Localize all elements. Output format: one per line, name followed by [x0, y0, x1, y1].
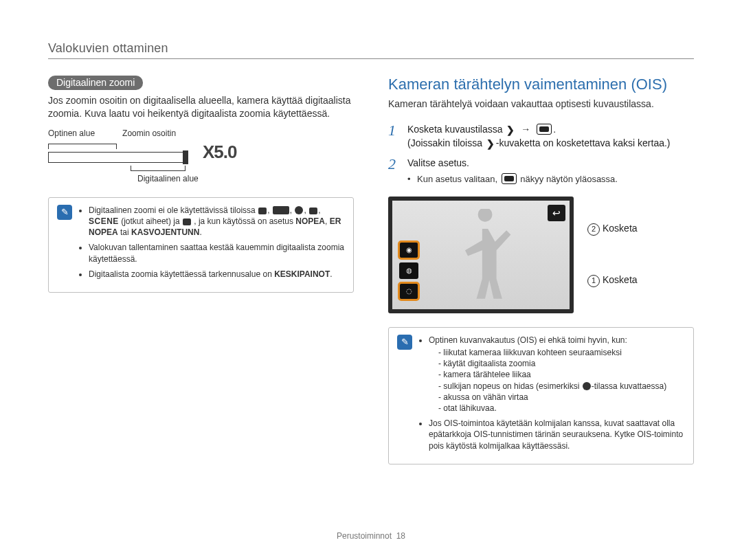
note1-or: tai	[120, 227, 131, 237]
chevron-icon: ❯	[506, 124, 515, 137]
note-r-tripod: Jos OIS-toimintoa käytetään kolmijalan k…	[429, 418, 685, 451]
note-body-right: Optinen kuvanvakautus (OIS) ei ehkä toim…	[419, 335, 685, 456]
note-icon: ✎	[397, 335, 412, 350]
left-column: Digitaalinen zoomi Jos zoomin osoitin on…	[48, 76, 354, 464]
step-1: 1 Kosketa kuvaustilassa ❯ → . (Joissakin…	[388, 123, 694, 151]
note-list-left: Digitaalinen zoomi ei ole käytettävissä …	[79, 205, 345, 284]
scene-label: SCENE	[89, 216, 119, 226]
step-1-body: Kosketa kuvaustilassa ❯ → . (Joissakin t…	[407, 123, 671, 151]
page-header: Valokuvien ottaminen	[48, 41, 694, 59]
note3-prefix: Digitaalista zoomia käytettäessä tarkenn…	[89, 269, 274, 279]
note-box-right: ✎ Optinen kuvanvakautus (OIS) ei ehkä to…	[388, 327, 694, 464]
right-column: Kameran tärähtelyn vaimentaminen (OIS) K…	[388, 76, 694, 464]
footer-page-number: 18	[396, 531, 405, 541]
footer-section: Perustoiminnot	[337, 531, 392, 541]
note-r-d6: otat lähikuvaa.	[438, 403, 685, 414]
note1-period: .	[199, 227, 201, 237]
camera-screen: ↩ ◉ ◍ ◌	[388, 197, 574, 313]
arrow-icon: →	[521, 124, 530, 135]
person-silhouette	[447, 209, 523, 302]
note1-bold3: KASVOJENTUNN	[131, 227, 199, 237]
note-r-d4-suffix: -tilassa kuvattaessa)	[592, 381, 666, 391]
heading-ois: Kameran tärähtelyn vaimentaminen (OIS)	[388, 76, 694, 93]
screenshot-illustration: ↩ ◉ ◍ ◌ 2Kosketa 1Kosketa	[388, 197, 694, 313]
note-r-d2: käytät digitaalista zoomia	[438, 358, 685, 369]
zoom-indicator-marker	[183, 150, 188, 164]
step-2-sub: Kun asetus valitaan, näkyy näytön yläosa…	[407, 173, 618, 186]
note-r-d1: liikutat kameraa liikkuvan kohteen seura…	[438, 347, 685, 358]
ois-option-half[interactable]: ◍	[399, 262, 418, 279]
note-r-d5: akussa on vähän virtaa	[438, 392, 685, 403]
label-optical-range: Optinen alue	[48, 128, 95, 138]
step-2: 2 Valitse asetus. Kun asetus valitaan, n…	[388, 157, 694, 186]
ois-option-on[interactable]: ◉	[399, 242, 418, 258]
callout-2-text: Kosketa	[603, 223, 638, 234]
note3-period: .	[330, 269, 332, 279]
zoom-labels-top: Optinen alue Zoomin osoitin	[48, 128, 354, 138]
step2-sub-suffix: näkyy näytön yläosassa.	[520, 174, 618, 184]
ois-option-off[interactable]: ◌	[399, 283, 418, 300]
note-r-dash-list: liikutat kameraa liikkuvan kohteen seura…	[438, 347, 685, 414]
step2-sub-prefix: Kun asetus valitaan,	[417, 174, 500, 184]
circled-2-icon: 2	[587, 223, 600, 236]
note-icon: ✎	[57, 205, 72, 220]
note3-bold: KESKIPAINOT	[274, 269, 330, 279]
night-mode-icon	[583, 382, 591, 390]
dual-icon	[273, 206, 289, 214]
zoom-bar: X5.0	[48, 144, 227, 164]
two-column-layout: Digitaalinen zoomi Jos zoomin osoitin on…	[48, 76, 694, 464]
callouts: 2Kosketa 1Kosketa	[587, 223, 638, 287]
note-r-d3: kamera tärähtelee liikaa	[438, 369, 685, 380]
step-2-number: 2	[388, 157, 401, 186]
callout-2: 2Kosketa	[587, 223, 638, 236]
step2-text: Valitse asetus.	[407, 157, 469, 168]
step1-prefix: Kosketa kuvaustilassa	[407, 124, 505, 135]
circled-1-icon: 1	[587, 275, 600, 287]
note-r-d4-prefix: sulkijan nopeus on hidas (esimerkiksi	[443, 381, 581, 391]
ois-on-icon	[502, 173, 517, 184]
label-zoom-indicator: Zoomin osoitin	[122, 128, 176, 138]
note-box-left: ✎ Digitaalinen zoomi ei ole käytettäviss…	[48, 197, 354, 293]
zoom-track	[48, 152, 186, 163]
note1-mid: (jotkut aiheet) ja	[121, 216, 182, 226]
step-1-number: 1	[388, 123, 401, 151]
breadcrumb: Valokuvien ottaminen	[48, 41, 168, 56]
page: Valokuvien ottaminen Digitaalinen zoomi …	[0, 0, 742, 560]
note1-suffix: , ja kun käytössä on asetus	[194, 216, 295, 226]
label-digital-range: Digitaalinen alue	[137, 174, 354, 183]
step-2-body: Valitse asetus. Kun asetus valitaan, näk…	[407, 157, 618, 186]
ois-lead: Kameran tärähtelyä voidaan vakauttaa opt…	[388, 98, 694, 111]
bracket-digital	[131, 166, 186, 171]
zoom-diagram: Optinen alue Zoomin osoitin X5.0 Digitaa…	[48, 128, 354, 183]
steps: 1 Kosketa kuvaustilassa ❯ → . (Joissakin…	[388, 123, 694, 186]
hand-icon	[258, 208, 267, 214]
note1-prefix: Digitaalinen zoomi ei ole käytettävissä …	[89, 205, 258, 215]
callout-1: 1Kosketa	[587, 274, 638, 287]
ois-option-column: ◉ ◍ ◌	[399, 242, 418, 300]
callout-1-text: Kosketa	[603, 274, 638, 285]
note-list-right: Optinen kuvanvakautus (OIS) ei ehkä toim…	[419, 335, 685, 451]
note-r-lead: Optinen kuvanvakautus (OIS) ei ehkä toim…	[429, 335, 685, 414]
step1-line2b: -kuvaketta on kosketettava kaksi kertaa.…	[496, 137, 671, 148]
night-icon	[295, 206, 303, 214]
ois-off-icon	[537, 124, 552, 135]
note-r-d4: sulkijan nopeus on hidas (esimerkiksi -t…	[438, 381, 685, 392]
zoom-level-value: X5.0	[203, 142, 237, 163]
step1-line2a: (Joissakin tiloissa	[407, 137, 485, 148]
note-item-1: Digitaalinen zoomi ei ole käytettävissä …	[89, 205, 345, 238]
page-footer: Perustoiminnot 18	[0, 531, 742, 541]
back-button[interactable]: ↩	[548, 205, 565, 221]
chevron-icon-2: ❯	[486, 137, 495, 151]
bracket-optical	[48, 144, 117, 149]
video-icon	[183, 219, 191, 225]
section-pill-digital-zoom: Digitaalinen zoomi	[48, 76, 143, 90]
note-item-2: Valokuvan tallentaminen saattaa kestää k…	[89, 242, 345, 264]
note-item-3: Digitaalista zoomia käytettäessä tarkenn…	[89, 269, 345, 280]
note1-bold1: NOPEA	[295, 216, 325, 226]
note-r-lead-text: Optinen kuvanvakautus (OIS) ei ehkä toim…	[429, 335, 627, 345]
digital-zoom-intro: Jos zoomin osoitin on digitaalisella alu…	[48, 94, 354, 120]
portrait-icon	[309, 208, 317, 214]
